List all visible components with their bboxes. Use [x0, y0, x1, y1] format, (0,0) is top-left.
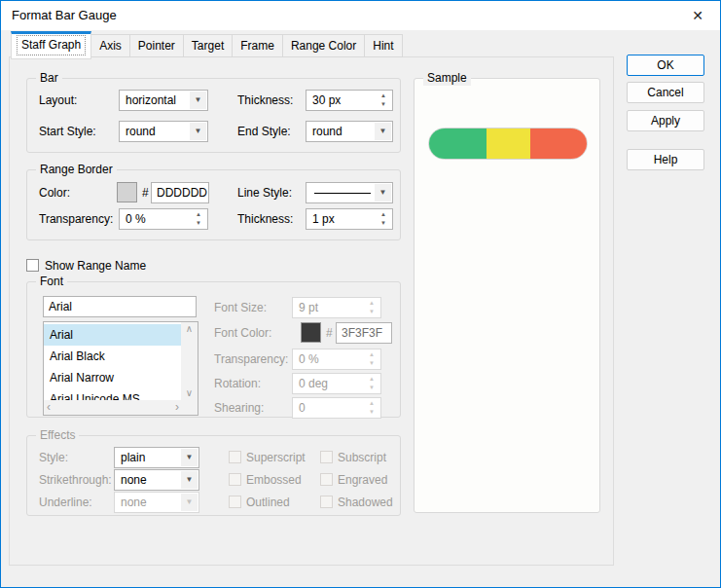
effects-group-legend: Effects	[36, 428, 79, 443]
hash-sign: #	[142, 182, 149, 203]
subscript-label: Subscript	[338, 447, 386, 468]
shearing-spinner: 0 ▲▼	[292, 397, 381, 419]
apply-button[interactable]: Apply	[627, 110, 704, 131]
font-list[interactable]: Arial Arial Black Arial Narrow Arial Uni…	[43, 321, 198, 416]
tab-target[interactable]: Target	[183, 34, 233, 57]
font-size-label: Font Size:	[214, 297, 267, 318]
chevron-down-icon: ▼	[190, 123, 206, 140]
rotation-spinner: 0 deg ▲▼	[292, 373, 381, 394]
spinner-buttons[interactable]: ▲▼	[376, 92, 391, 109]
tab-range-color[interactable]: Range Color	[282, 34, 365, 57]
border-color-swatch[interactable]	[117, 182, 137, 202]
tab-bar: Staff Graph Axis Pointer Target Frame Ra…	[11, 31, 403, 57]
spinner-buttons[interactable]: ▲▼	[376, 210, 391, 228]
style-dropdown[interactable]: plain ▼	[114, 447, 199, 468]
show-range-name-label[interactable]: Show Range Name	[45, 255, 146, 276]
spin-up-icon: ▲	[191, 210, 206, 219]
spin-up-icon: ▲	[364, 350, 379, 359]
help-button[interactable]: Help	[627, 149, 704, 170]
start-style-dropdown[interactable]: round ▼	[119, 121, 208, 142]
line-style-dropdown[interactable]: ▼	[306, 182, 393, 203]
chevron-down-icon: ▼	[375, 184, 391, 202]
font-list-horizontal-scrollbar[interactable]: ‹ ›	[44, 400, 198, 415]
tab-label: Target	[192, 39, 224, 53]
border-thickness-spinner[interactable]: 1 px ▲▼	[306, 208, 393, 230]
end-style-dropdown-button[interactable]: ▼	[375, 123, 391, 140]
show-range-name-checkbox[interactable]	[26, 259, 39, 272]
strikethrough-dropdown[interactable]: none ▼	[114, 469, 199, 491]
outlined-checkbox	[229, 496, 241, 508]
shearing-label: Shearing:	[214, 397, 264, 419]
title-bar: Format Bar Gauge ✕	[1, 1, 720, 30]
start-style-dropdown-button[interactable]: ▼	[190, 123, 206, 140]
spinner-buttons: ▲▼	[364, 375, 379, 392]
tab-hint[interactable]: Hint	[364, 34, 402, 57]
scroll-right-icon[interactable]: ›	[175, 400, 179, 414]
font-list-items: Arial Arial Black Arial Narrow Arial Uni…	[44, 324, 181, 410]
sample-group: Sample	[414, 78, 600, 513]
spin-down-icon: ▼	[364, 408, 379, 417]
range-border-group: Range Border	[26, 169, 401, 240]
close-icon[interactable]: ✕	[681, 1, 714, 30]
font-color-label: Font Color:	[214, 322, 271, 344]
spin-up-icon: ▲	[364, 375, 379, 384]
sample-segment-yellow	[487, 129, 529, 159]
strikethrough-value: none	[121, 470, 147, 490]
shadowed-checkbox	[320, 496, 333, 508]
style-dropdown-button[interactable]: ▼	[181, 449, 198, 466]
underline-dropdown-button: ▼	[181, 494, 198, 511]
font-color-swatch[interactable]	[301, 322, 321, 343]
tab-label: Axis	[99, 39, 122, 53]
font-name-input[interactable]	[43, 296, 197, 317]
spin-up-icon: ▲	[376, 92, 391, 100]
border-thickness-value: 1 px	[312, 209, 335, 229]
staff-graph-tab-page: Bar Layout: horizontal ▼ Thickness: 30 p…	[9, 56, 614, 566]
ok-button[interactable]: OK	[627, 55, 704, 76]
range-border-group-legend: Range Border	[36, 163, 117, 177]
bar-thickness-spinner[interactable]: 30 px ▲▼	[306, 90, 393, 111]
border-transparency-value: 0 %	[126, 209, 146, 229]
layout-label: Layout:	[39, 90, 77, 111]
tab-pointer[interactable]: Pointer	[129, 34, 184, 57]
border-thickness-label: Thickness:	[237, 208, 293, 230]
tab-staff-graph[interactable]: Staff Graph	[11, 31, 91, 59]
border-color-label: Color:	[39, 182, 70, 203]
tab-frame[interactable]: Frame	[232, 34, 283, 57]
font-list-vertical-scrollbar[interactable]: ∧ ∨	[181, 322, 198, 400]
font-list-item[interactable]: Arial Narrow	[44, 367, 181, 388]
chevron-down-icon: ▼	[181, 471, 198, 489]
strikethrough-dropdown-button[interactable]: ▼	[181, 471, 198, 489]
spinner-buttons[interactable]: ▲▼	[191, 210, 206, 228]
end-style-dropdown[interactable]: round ▼	[306, 121, 393, 142]
font-group-legend: Font	[36, 275, 67, 289]
spin-up-icon: ▲	[364, 399, 379, 408]
layout-dropdown[interactable]: horizontal ▼	[119, 90, 208, 111]
chevron-down-icon: ▼	[181, 494, 198, 511]
superscript-label: Superscript	[246, 447, 306, 468]
tab-label: Hint	[373, 39, 393, 53]
border-transparency-spinner[interactable]: 0 % ▲▼	[119, 208, 208, 230]
scroll-down-icon[interactable]: ∨	[181, 386, 198, 400]
line-style-dropdown-button[interactable]: ▼	[375, 184, 391, 202]
scroll-left-icon[interactable]: ‹	[47, 400, 51, 414]
scroll-up-icon[interactable]: ∧	[181, 322, 198, 336]
rotation-label: Rotation:	[214, 373, 261, 394]
spin-up-icon: ▲	[376, 210, 391, 219]
font-size-spinner: 9 pt ▲▼	[292, 297, 381, 318]
spinner-buttons: ▲▼	[364, 299, 379, 316]
tab-axis[interactable]: Axis	[90, 34, 130, 57]
border-color-hex-input[interactable]	[151, 182, 209, 203]
spin-down-icon: ▼	[364, 384, 379, 392]
chevron-down-icon: ▼	[181, 449, 198, 466]
tab-label: Frame	[240, 39, 274, 53]
sample-segment-green	[429, 129, 487, 159]
font-list-item[interactable]: Arial Black	[44, 346, 181, 367]
layout-dropdown-button[interactable]: ▼	[190, 92, 206, 109]
chevron-down-icon: ▼	[190, 92, 206, 109]
sample-group-legend: Sample	[423, 71, 471, 86]
style-label: Style:	[39, 447, 68, 468]
font-list-item-selected[interactable]: Arial	[44, 324, 181, 346]
font-color-hex-input[interactable]	[336, 322, 392, 344]
cancel-button[interactable]: Cancel	[627, 82, 704, 103]
spin-down-icon: ▼	[364, 308, 379, 316]
